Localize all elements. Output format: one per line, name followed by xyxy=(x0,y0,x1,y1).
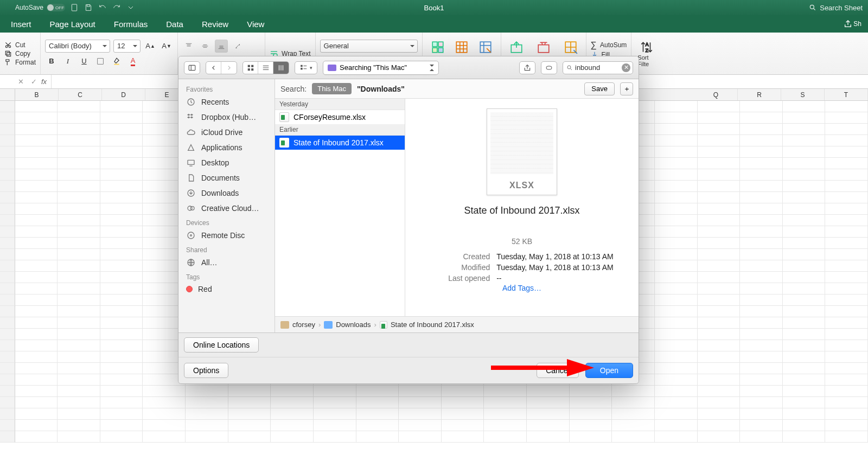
xlsx-file-icon xyxy=(380,321,387,329)
font-name-dropdown[interactable]: Calibri (Body) xyxy=(45,40,110,53)
clock-icon xyxy=(186,97,196,107)
col-header[interactable]: R xyxy=(738,89,781,100)
orientation-icon[interactable] xyxy=(231,40,244,53)
path-segment[interactable]: Downloads xyxy=(336,321,371,329)
italic-button[interactable]: I xyxy=(61,55,74,68)
sidebar-item-dropbox[interactable]: Dropbox (Hub… xyxy=(178,110,275,125)
sidebar-item-applications[interactable]: Applications xyxy=(178,140,275,155)
preview-size: 52 KB xyxy=(430,237,614,246)
tab-review[interactable]: Review xyxy=(201,17,229,31)
sidebar-item-recents[interactable]: Recents xyxy=(178,94,275,110)
cancel-formula-icon[interactable]: ✕ xyxy=(14,78,27,86)
documents-icon xyxy=(186,173,196,183)
save-icon[interactable] xyxy=(84,3,93,12)
tab-data[interactable]: Data xyxy=(165,17,184,31)
search-sheet[interactable]: Search Sheet xyxy=(809,4,863,12)
sidebar-item-creative-cloud[interactable]: Creative Cloud… xyxy=(178,201,275,216)
sidebar-item-documents[interactable]: Documents xyxy=(178,170,275,185)
lastopened-label: Last opened xyxy=(430,274,490,283)
align-top-icon[interactable] xyxy=(182,40,195,53)
fill-color-button[interactable] xyxy=(110,55,123,68)
path-segment[interactable]: cforsey xyxy=(292,321,315,329)
sidebar-item-desktop[interactable]: Desktop xyxy=(178,155,275,170)
font-color-button[interactable]: A xyxy=(126,55,139,68)
redo-icon[interactable] xyxy=(112,3,122,12)
search-value: inbound xyxy=(575,63,600,72)
forward-button[interactable] xyxy=(221,62,237,74)
tags-icon[interactable] xyxy=(541,61,557,74)
dialog-bottom: Online Locations Options Cancel Open xyxy=(178,332,639,383)
modified-label: Modified xyxy=(430,263,490,272)
name-box[interactable] xyxy=(2,76,14,88)
sidebar-item-icloud[interactable]: iCloud Drive xyxy=(178,125,275,140)
search-field[interactable]: inbound ✕ xyxy=(563,61,633,74)
underline-button[interactable]: U xyxy=(78,55,91,68)
col-header[interactable]: B xyxy=(15,89,59,100)
align-bottom-icon[interactable] xyxy=(215,40,228,53)
bold-button[interactable]: B xyxy=(45,55,58,68)
file-row[interactable]: CForseyResume.xlsx xyxy=(275,110,405,124)
shared-heading: Shared xyxy=(178,243,275,255)
accept-formula-icon[interactable]: ✓ xyxy=(27,78,40,86)
sidebar-item-remote-disc[interactable]: Remote Disc xyxy=(178,228,275,243)
sidebar-item-tag-red[interactable]: Red xyxy=(178,282,275,296)
overflow-icon[interactable] xyxy=(126,3,136,12)
location-dropdown[interactable]: Searching "This Mac" xyxy=(323,61,439,75)
file-row-selected[interactable]: State of Inbound 2017.xlsx xyxy=(275,136,405,150)
svg-rect-11 xyxy=(438,48,443,53)
tags-heading: Tags xyxy=(178,270,275,282)
xlsx-file-icon xyxy=(279,138,289,148)
file-thumbnail: XLSX xyxy=(487,108,557,195)
fx-label: fx xyxy=(41,78,47,86)
tab-view[interactable]: View xyxy=(246,17,265,31)
sidebar-item-downloads[interactable]: Downloads xyxy=(178,185,275,201)
col-header[interactable]: Q xyxy=(694,89,738,100)
font-size-dropdown[interactable]: 12 xyxy=(113,40,141,53)
col-header[interactable]: S xyxy=(781,89,825,100)
col-header[interactable]: T xyxy=(825,89,868,100)
group-dropdown[interactable]: ▾ xyxy=(295,61,317,74)
increase-font-icon[interactable]: A▲ xyxy=(144,40,157,53)
align-middle-icon[interactable] xyxy=(199,40,212,53)
share-button[interactable]: Sh xyxy=(844,20,861,28)
sort-filter-button[interactable]: AZSort Filte xyxy=(636,37,658,70)
scope-downloads[interactable]: "Downloads" xyxy=(357,85,405,93)
save-search-button[interactable]: Save xyxy=(584,82,615,95)
cancel-button[interactable]: Cancel xyxy=(537,363,579,378)
tab-formulas[interactable]: Formulas xyxy=(113,17,149,31)
col-header[interactable]: D xyxy=(102,89,145,100)
sidebar-item-all-shared[interactable]: All… xyxy=(178,255,275,270)
number-format-dropdown[interactable]: General xyxy=(320,40,418,53)
clear-search-icon[interactable]: ✕ xyxy=(622,63,630,72)
online-locations-button[interactable]: Online Locations xyxy=(184,337,259,353)
share-icon[interactable] xyxy=(519,61,535,74)
new-doc-icon[interactable] xyxy=(69,3,79,12)
svg-rect-25 xyxy=(301,68,303,70)
copy-button[interactable]: Copy xyxy=(4,50,36,57)
undo-icon[interactable] xyxy=(98,3,107,12)
cut-button[interactable]: Cut xyxy=(4,41,36,49)
autosave-toggle[interactable]: AutoSave OFF xyxy=(15,4,65,11)
path-segment[interactable]: State of Inbound 2017.xlsx xyxy=(391,321,474,329)
column-view-icon[interactable] xyxy=(273,62,289,74)
options-button[interactable]: Options xyxy=(184,363,228,378)
format-painter-button[interactable]: Format xyxy=(4,59,36,66)
tab-insert[interactable]: Insert xyxy=(10,17,33,31)
open-button[interactable]: Open xyxy=(585,363,633,378)
add-rule-button[interactable]: ＋ xyxy=(620,82,633,95)
back-button[interactable] xyxy=(206,62,221,74)
list-view-icon[interactable] xyxy=(258,62,273,74)
autosum-button[interactable]: ∑AutoSum xyxy=(591,40,627,50)
downloads-icon xyxy=(186,188,196,198)
border-button[interactable] xyxy=(94,55,107,68)
col-header[interactable]: C xyxy=(59,89,102,100)
sidebar-toggle-icon[interactable] xyxy=(184,61,200,74)
decrease-font-icon[interactable]: A▼ xyxy=(160,40,173,53)
select-all-corner[interactable] xyxy=(0,89,15,100)
svg-rect-10 xyxy=(432,48,437,53)
svg-rect-29 xyxy=(188,160,194,164)
add-tags-link[interactable]: Add Tags… xyxy=(502,284,541,292)
icon-view-icon[interactable] xyxy=(243,62,258,74)
tab-page-layout[interactable]: Page Layout xyxy=(49,17,97,31)
scope-this-mac[interactable]: This Mac xyxy=(312,83,352,94)
